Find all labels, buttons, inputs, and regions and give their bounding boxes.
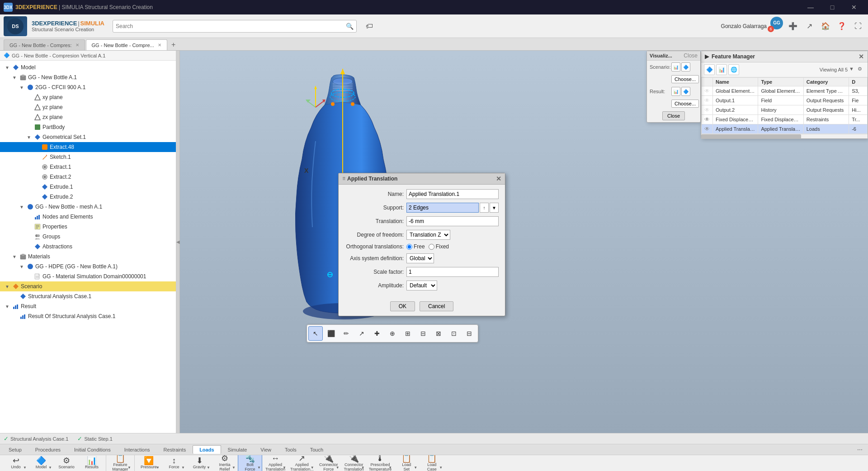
tree-expand-icon[interactable]: ▼: [4, 284, 11, 289]
fm-tool-1[interactable]: 🔷: [704, 64, 715, 75]
eye-icon[interactable]: 👁: [704, 116, 710, 123]
tree-item[interactable]: ▼Materials: [0, 252, 176, 262]
panel-collapse-handle[interactable]: ◀: [176, 51, 180, 433]
table-row[interactable]: 👁Fixed Displacement.1Fixed DisplacementR…: [702, 115, 868, 124]
tree-item[interactable]: Extrude.2: [0, 192, 176, 202]
fm-filter-icon[interactable]: ▼: [849, 66, 856, 73]
fm-tool-3[interactable]: 🌐: [728, 64, 739, 75]
tree-expand-icon[interactable]: ▼: [25, 135, 33, 140]
tree-item[interactable]: Extract.48: [0, 142, 176, 152]
tree-item[interactable]: Structural Analysis Case.1: [0, 291, 176, 301]
table-row[interactable]: 👁Applied Translation.1Applied Translatio…: [702, 124, 868, 134]
dialog-amplitude-select[interactable]: Default Custom: [406, 281, 437, 290]
tree-item[interactable]: zx plane: [0, 112, 176, 122]
btool-gravity[interactable]: ⬇ Gravity ▼: [187, 455, 212, 471]
viz-result-icon-1[interactable]: 📊: [671, 87, 680, 96]
search-box[interactable]: 🔍: [113, 20, 357, 33]
arrow-tool[interactable]: ↗: [354, 326, 369, 341]
tree-item[interactable]: ▼Result: [0, 301, 176, 311]
dialog-close-btn[interactable]: ✕: [496, 175, 501, 182]
eye-icon-hidden[interactable]: 👁: [704, 97, 710, 104]
tree-item[interactable]: Extract.2: [0, 172, 176, 182]
viz-scenario-choose-btn[interactable]: Choose...: [671, 75, 699, 83]
tree-expand-icon[interactable]: ▼: [11, 254, 18, 259]
dialog-axis-select[interactable]: Global Local: [406, 253, 434, 263]
tree-item[interactable]: Sketch.1: [0, 152, 176, 162]
feature-manager-close[interactable]: ✕: [859, 53, 864, 60]
btool-model[interactable]: 🔷 Model ▼: [29, 455, 53, 471]
tree-expand-icon[interactable]: ▼: [18, 264, 25, 269]
dialog-translation-input[interactable]: [406, 216, 499, 226]
cross2-tool[interactable]: ⊠: [431, 326, 446, 341]
tree-item[interactable]: ▼GG - HDPE (GG - New Bottle A.1): [0, 262, 176, 271]
minus2-tool[interactable]: ⊟: [462, 326, 476, 341]
viewport[interactable]: X ↖ ⬛ ✏ ↗ ✚ ⊕ ⊞ ⊟ ⊠ ⊡ ⊟: [180, 51, 868, 433]
tab-close-0[interactable]: ✕: [75, 43, 79, 48]
tree-item[interactable]: ▼Scenario: [0, 281, 176, 291]
btool-force[interactable]: ↕ Force ▼: [162, 455, 186, 471]
btool-results[interactable]: 📊 Results: [80, 455, 104, 471]
visualizer-close[interactable]: Close: [684, 52, 698, 59]
eye-icon-hidden[interactable]: 👁: [704, 88, 710, 94]
eye-icon-hidden[interactable]: 👁: [704, 107, 710, 113]
bottom-tab-tools[interactable]: Tools: [278, 445, 303, 454]
btool-pressure[interactable]: 🔽 Pressure ▼: [137, 455, 161, 471]
viz-result-icon-2[interactable]: 🔷: [681, 87, 690, 96]
dialog-scale-input[interactable]: [406, 267, 499, 277]
home-button[interactable]: 🏠: [819, 20, 832, 33]
fm-cell-eye[interactable]: 👁: [702, 96, 713, 105]
cross-tool[interactable]: ✚: [370, 326, 384, 341]
dialog-ortho-free-radio[interactable]: [406, 244, 412, 250]
tree-expand-icon[interactable]: ▼: [18, 205, 25, 209]
table-row[interactable]: 👁Output.1FieldOutput RequestsFie: [702, 96, 868, 105]
dialog-titlebar[interactable]: ⠿ Applied Translation ✕: [339, 173, 505, 185]
dialog-name-input[interactable]: [406, 189, 499, 199]
btool-applied-translation-2[interactable]: ↗ AppliedTranslation... ▼: [288, 455, 316, 471]
share-button[interactable]: ↗: [803, 20, 816, 33]
tree-item[interactable]: Nodes and Elements: [0, 212, 176, 222]
viz-close-btn[interactable]: Close: [662, 111, 685, 120]
fm-tool-2[interactable]: 📊: [716, 64, 727, 75]
bottom-tab-procedures[interactable]: Procedures: [28, 445, 67, 454]
dialog-support-select-btn[interactable]: ↑: [480, 203, 489, 213]
tab-0[interactable]: GG - New Bottle - Compres: ✕: [4, 39, 85, 50]
grid-tool[interactable]: ⊞: [401, 326, 415, 341]
tag-button[interactable]: 🏷: [363, 20, 376, 33]
dialog-support-dropdown-btn[interactable]: ▼: [490, 203, 499, 213]
dialog-dof-select[interactable]: Translation Z Translation X Translation …: [406, 230, 450, 240]
dialog-ortho-free-option[interactable]: Free: [406, 243, 425, 250]
tab-1[interactable]: GG - New Bottle - Compre... ✕: [86, 39, 167, 50]
tree-item[interactable]: Groups: [0, 232, 176, 242]
bottom-tab-simulate[interactable]: Simulate: [221, 445, 254, 454]
fm-cell-eye[interactable]: 👁: [702, 115, 713, 124]
viz-scenario-icon-1[interactable]: 📊: [671, 62, 680, 71]
dialog-support-input[interactable]: [406, 203, 479, 213]
tab-add-button[interactable]: +: [168, 39, 179, 50]
btool-load-case[interactable]: 📋 LoadCase ▼: [420, 455, 444, 471]
btool-feature-manager[interactable]: 📋 FeatureManager ▼: [108, 455, 132, 471]
tree-item[interactable]: PartBody: [0, 122, 176, 132]
fm-cell-eye[interactable]: 👁: [702, 86, 713, 96]
bottom-tab-setup[interactable]: Setup: [2, 445, 28, 454]
tree-expand-icon[interactable]: ▼: [4, 65, 11, 70]
fm-scrollbar[interactable]: [701, 134, 868, 138]
tree-item[interactable]: ▼GG - New Bottle A.1: [0, 72, 176, 82]
table-row[interactable]: 👁Global Element TypesGlobal Element MapE…: [702, 86, 868, 96]
btool-bolt-force[interactable]: 🔩 BoltForce ▼: [238, 455, 262, 471]
bottom-tab-restraints[interactable]: Restraints: [157, 445, 193, 454]
tree-item[interactable]: Extrude.1: [0, 182, 176, 192]
dialog-cancel-btn[interactable]: Cancel: [420, 301, 453, 311]
tree-item[interactable]: GG - Material Simulation Domain00000001: [0, 271, 176, 281]
dot-tool[interactable]: ⊡: [447, 326, 461, 341]
btool-scenario[interactable]: ⚙ Scenario: [54, 455, 79, 471]
btool-inertia-relief[interactable]: ⚙ InertiaRelief ▼: [212, 455, 237, 471]
bottom-tab-interactions[interactable]: Interactions: [118, 445, 157, 454]
tree-expand-icon[interactable]: ▼: [18, 85, 25, 90]
btool-undo[interactable]: ↩ Undo ▼: [4, 455, 28, 471]
fm-settings-icon[interactable]: ⚙: [858, 66, 865, 73]
circle-tool[interactable]: ⊕: [385, 326, 400, 341]
select-tool[interactable]: ↖: [308, 326, 323, 341]
tree-item[interactable]: ▼Model: [0, 62, 176, 72]
tree-item[interactable]: Extract.1: [0, 162, 176, 172]
tab-close-1[interactable]: ✕: [158, 43, 161, 48]
